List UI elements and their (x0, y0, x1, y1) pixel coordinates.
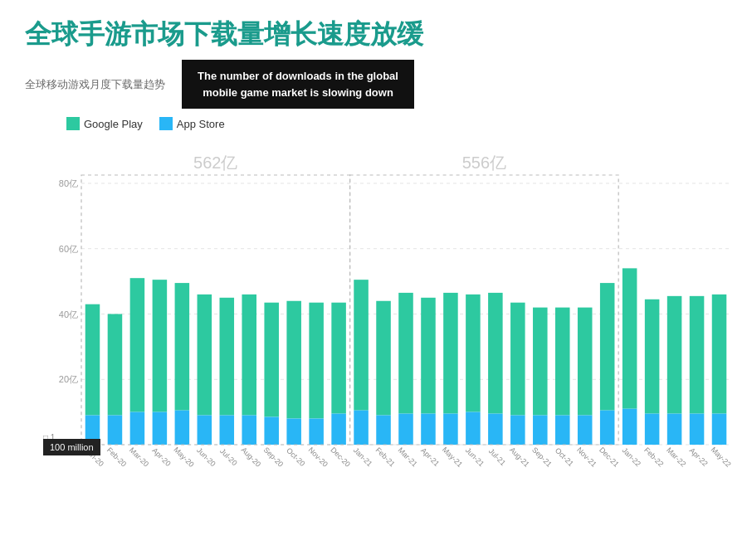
app-store-label: App Store (177, 118, 225, 130)
google-play-color-swatch (66, 117, 80, 130)
legend-google-play: Google Play (66, 117, 143, 130)
chart-area: □ 1 100 million (42, 134, 722, 490)
bar-chart (42, 134, 739, 490)
tooltip-box: 100 million (43, 439, 100, 455)
google-play-label: Google Play (84, 118, 143, 130)
callout-box: The number of downloads in the global mo… (182, 60, 414, 109)
subtitle: 全球移动游戏月度下载量趋势 (25, 77, 165, 92)
legend-app-store: App Store (159, 117, 225, 130)
main-title: 全球手游市场下载量增长速度放缓 (25, 17, 722, 53)
chart-legend: Google Play App Store (66, 117, 722, 130)
app-store-color-swatch (159, 117, 173, 130)
